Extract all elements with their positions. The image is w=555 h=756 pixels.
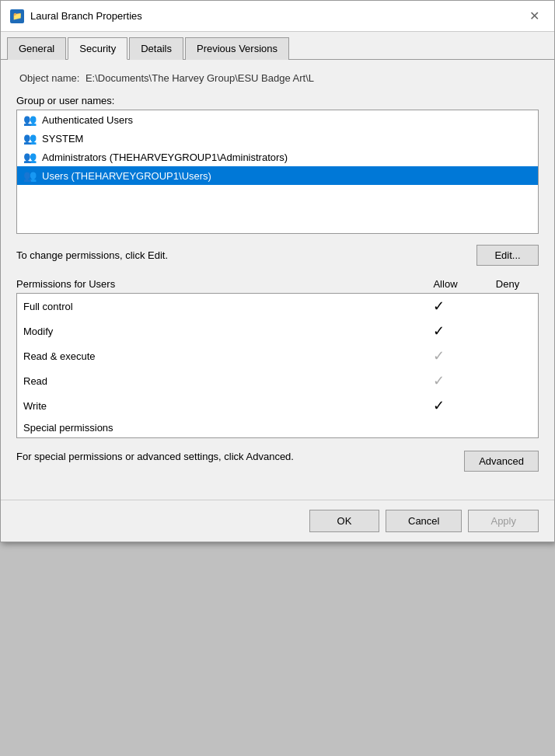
user-item-authenticated[interactable]: 👥 Authenticated Users bbox=[17, 110, 538, 129]
user-icon-authenticated: 👥 bbox=[22, 113, 37, 126]
perm-label-special: Special permissions bbox=[23, 422, 407, 434]
permissions-header-name: Permissions for Users bbox=[16, 278, 414, 290]
tab-security[interactable]: Security bbox=[68, 37, 127, 60]
perm-label-read: Read bbox=[23, 375, 407, 387]
perm-label-write: Write bbox=[23, 400, 407, 412]
user-label-system: SYSTEM bbox=[42, 133, 83, 145]
window-title: Laural Branch Properties bbox=[30, 10, 142, 22]
ok-button[interactable]: OK bbox=[309, 510, 379, 532]
dialog-buttons: OK Cancel Apply bbox=[1, 500, 554, 542]
user-item-administrators[interactable]: 👥 Administrators (THEHARVEYGROUP1\Admini… bbox=[17, 148, 538, 166]
title-bar: 📁 Laural Branch Properties ✕ bbox=[1, 1, 554, 32]
permissions-table: Full control ✓ Modify ✓ Read & execute ✓… bbox=[16, 293, 539, 438]
title-bar-left: 📁 Laural Branch Properties bbox=[10, 9, 142, 23]
perm-label-read-execute: Read & execute bbox=[23, 350, 407, 362]
tab-previous-versions[interactable]: Previous Versions bbox=[185, 37, 289, 60]
user-icon-users: 👥 bbox=[22, 169, 37, 182]
close-button[interactable]: ✕ bbox=[523, 5, 545, 27]
perm-row-write: Write ✓ bbox=[17, 393, 538, 418]
permissions-header-allow: Allow bbox=[414, 278, 476, 290]
perm-allow-write: ✓ bbox=[407, 397, 469, 414]
perm-row-read-execute: Read & execute ✓ bbox=[17, 343, 538, 368]
perm-label-full-control: Full control bbox=[23, 301, 407, 312]
object-name-value: E:\Documents\The Harvey Group\ESU Badge … bbox=[86, 72, 314, 84]
perm-row-read: Read ✓ bbox=[17, 368, 538, 393]
user-label-administrators: Administrators (THEHARVEYGROUP1\Administ… bbox=[42, 152, 288, 163]
perm-allow-read-execute: ✓ bbox=[407, 347, 469, 364]
user-item-system[interactable]: 👥 SYSTEM bbox=[17, 129, 538, 148]
perm-row-full-control: Full control ✓ bbox=[17, 294, 538, 319]
tabs-bar: General Security Details Previous Versio… bbox=[1, 32, 554, 60]
group-label: Group or user names: bbox=[16, 95, 539, 106]
perm-allow-read: ✓ bbox=[407, 372, 469, 389]
tab-general[interactable]: General bbox=[7, 37, 66, 60]
permissions-header: Permissions for Users Allow Deny bbox=[16, 278, 539, 290]
advanced-button[interactable]: Advanced bbox=[464, 451, 539, 472]
perm-label-modify: Modify bbox=[23, 326, 407, 337]
advanced-text: For special permissions or advanced sett… bbox=[16, 451, 464, 462]
perm-row-special: Special permissions bbox=[17, 418, 538, 437]
users-list[interactable]: 👥 Authenticated Users 👥 SYSTEM 👥 Adminis… bbox=[16, 110, 539, 234]
perm-row-modify: Modify ✓ bbox=[17, 319, 538, 343]
advanced-section: For special permissions or advanced sett… bbox=[16, 451, 539, 472]
object-name-label: Object name: bbox=[19, 72, 79, 84]
change-permissions-row: To change permissions, click Edit. Edit.… bbox=[16, 245, 539, 266]
tab-details[interactable]: Details bbox=[129, 37, 183, 60]
user-icon-system: 👥 bbox=[22, 132, 37, 145]
apply-button[interactable]: Apply bbox=[468, 510, 539, 532]
properties-dialog: 📁 Laural Branch Properties ✕ General Sec… bbox=[0, 0, 555, 542]
user-label-authenticated: Authenticated Users bbox=[42, 114, 133, 126]
tab-content: Object name: E:\Documents\The Harvey Gro… bbox=[1, 60, 554, 500]
window-icon: 📁 bbox=[10, 9, 24, 23]
perm-allow-full-control: ✓ bbox=[407, 298, 469, 315]
change-permissions-text: To change permissions, click Edit. bbox=[16, 249, 168, 261]
object-name-row: Object name: E:\Documents\The Harvey Gro… bbox=[16, 72, 539, 84]
perm-allow-modify: ✓ bbox=[407, 322, 469, 340]
user-item-users[interactable]: 👥 Users (THEHARVEYGROUP1\Users) bbox=[17, 166, 538, 185]
cancel-button[interactable]: Cancel bbox=[386, 510, 462, 532]
edit-button[interactable]: Edit... bbox=[476, 245, 539, 266]
permissions-header-deny: Deny bbox=[476, 278, 539, 290]
user-icon-administrators: 👥 bbox=[22, 151, 37, 163]
user-label-users: Users (THEHARVEYGROUP1\Users) bbox=[42, 170, 211, 182]
